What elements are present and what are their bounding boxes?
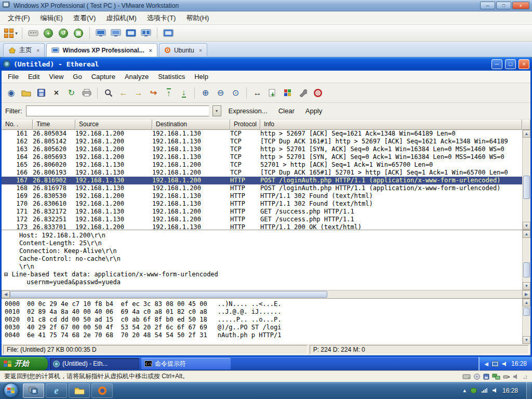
scroll-track[interactable] <box>523 238 530 282</box>
filter-input[interactable] <box>26 105 209 116</box>
tab-close-icon[interactable]: × <box>197 47 202 54</box>
hex-row[interactable]: 00406e 41 75 74 68 2e 70 68 70 20 48 54 … <box>5 331 519 339</box>
go-back-icon[interactable]: ← <box>116 86 130 100</box>
vmware-tools-tray-icon[interactable] <box>491 361 499 367</box>
go-forward-icon[interactable]: → <box>131 86 145 100</box>
detail-scrollbar[interactable]: ▲ ▼ <box>522 230 530 290</box>
hard-disk-icon[interactable] <box>462 374 471 380</box>
help-icon[interactable] <box>311 86 325 100</box>
xp-start-button[interactable]: 开始 <box>0 357 48 370</box>
detail-line[interactable]: Content-Length: 25\r\n <box>4 240 520 247</box>
scroll-track[interactable] <box>523 138 530 222</box>
scroll-up-icon[interactable]: ▲ <box>523 299 530 307</box>
packet-row[interactable]: 166 26.806193 192.168.1.130 192.168.1.20… <box>2 169 522 177</box>
ethereal-minimize-button[interactable]: ─ <box>491 59 502 69</box>
packet-row[interactable]: 170 26.830610 192.168.1.200 192.168.1.13… <box>2 200 522 208</box>
host-taskbar-button-firefox[interactable] <box>91 383 113 398</box>
detail-line[interactable]: usernm=yueda&passwd=yueda <box>4 278 520 286</box>
scroll-up-icon[interactable]: ▲ <box>523 230 530 238</box>
hex-row[interactable]: 003040 29 2f 67 00 00 50 4f 53 54 20 2f … <box>5 324 519 331</box>
power-dropdown-caret-icon[interactable]: ▾ <box>15 31 18 36</box>
tray-expand-icon[interactable]: ▴ <box>463 387 466 394</box>
host-clock[interactable]: 16:28 <box>502 387 520 394</box>
open-file-icon[interactable] <box>19 86 33 100</box>
ethereal-menu-item[interactable]: Capture <box>87 72 119 82</box>
scroll-thumb[interactable] <box>523 176 530 199</box>
show-desktop-button[interactable] <box>526 382 531 399</box>
vmware-menu-item[interactable]: 虚拟机(M) <box>101 12 141 24</box>
network-tray-icon[interactable] <box>481 388 488 393</box>
packet-row[interactable]: 167 26.816902 192.168.1.130 192.168.1.20… <box>2 177 522 184</box>
scroll-down-icon[interactable]: ▼ <box>523 222 530 230</box>
hide-icons-chevron-icon[interactable]: ◀ <box>484 361 488 367</box>
packet-row[interactable]: 168 26.816978 192.168.1.130 192.168.1.20… <box>2 184 522 192</box>
revert-snapshot-button[interactable]: ↺ <box>57 26 70 40</box>
tab-close-icon[interactable]: × <box>147 47 152 54</box>
ethereal-menu-item[interactable]: View <box>45 72 68 82</box>
print-icon[interactable] <box>79 86 94 100</box>
scroll-down-icon[interactable]: ▼ <box>523 336 530 344</box>
volume-tray-icon[interactable] <box>502 361 508 367</box>
ethereal-menu-item[interactable]: Analyze <box>121 72 153 82</box>
security-shield-icon[interactable] <box>470 388 477 393</box>
save-file-icon[interactable] <box>34 86 48 100</box>
host-start-button[interactable] <box>4 383 19 398</box>
scroll-track[interactable] <box>10 290 522 298</box>
zoom-in-icon[interactable]: ⊕ <box>198 86 212 100</box>
volume-tray-icon[interactable] <box>492 388 498 393</box>
ethereal-maximize-button[interactable]: □ <box>505 59 516 69</box>
snapshot-manager-button[interactable]: ▣ <box>72 26 85 40</box>
ethereal-titlebar[interactable]: (Untitled) - Ethereal ─ □ × <box>0 57 532 71</box>
capture-interfaces-icon[interactable]: ◉ <box>4 86 18 100</box>
go-to-top-icon[interactable]: ↑ <box>162 86 176 100</box>
resize-columns-icon[interactable]: ↔ <box>250 86 264 100</box>
detail-line[interactable]: Connection: Keep-Alive\r\n <box>4 247 520 255</box>
packet-row[interactable]: 162 26.805142 192.168.1.200 192.168.1.13… <box>2 138 522 145</box>
coloring-rules-icon[interactable] <box>281 86 295 100</box>
packet-row[interactable]: 161 26.805034 192.168.1.200 192.168.1.13… <box>2 130 522 138</box>
packet-row[interactable]: 169 26.830530 192.168.1.200 192.168.1.13… <box>2 192 522 200</box>
take-snapshot-button[interactable]: + <box>42 26 55 40</box>
hex-scrollbar[interactable]: ▲ ▼ <box>522 299 530 344</box>
ethereal-menu-item[interactable]: Help <box>190 72 212 82</box>
reload-icon[interactable]: ↻ <box>64 86 78 100</box>
column-header[interactable]: No. . <box>2 119 33 130</box>
power-controls-button[interactable]: ▾ <box>4 26 18 40</box>
quick-switch-button[interactable] <box>139 26 153 40</box>
column-header[interactable]: Time <box>33 119 75 130</box>
tab-close-icon[interactable]: × <box>35 47 39 54</box>
close-capture-icon[interactable]: × <box>49 86 63 100</box>
find-packet-icon[interactable] <box>101 86 115 100</box>
host-taskbar-button-explorer[interactable] <box>69 383 90 398</box>
scroll-thumb[interactable] <box>523 308 530 316</box>
scroll-right-icon[interactable]: ▶ <box>522 290 530 298</box>
scroll-track[interactable] <box>523 307 530 336</box>
tab-home[interactable]: 主页 × <box>3 43 45 57</box>
go-to-packet-icon[interactable]: ↪ <box>147 86 161 100</box>
packet-list-scrollbar[interactable]: ▲ ▼ <box>522 130 530 230</box>
network-adapter-icon[interactable] <box>492 374 500 380</box>
clear-button[interactable]: Clear <box>275 106 298 116</box>
expression-button[interactable]: Expression... <box>225 106 271 116</box>
host-taskbar-button-ie[interactable]: e <box>46 383 67 398</box>
apply-button[interactable]: Apply <box>302 106 326 116</box>
close-button[interactable]: × <box>512 2 529 9</box>
hex-row[interactable]: 001002 89 4a 8a 40 00 40 06 69 4a c0 a8 … <box>5 308 519 316</box>
vmware-menu-item[interactable]: 查看(V) <box>69 12 100 24</box>
floppy-icon[interactable] <box>483 374 489 380</box>
vmware-menu-item[interactable]: 帮助(H) <box>181 12 214 24</box>
fullscreen-button[interactable] <box>124 26 138 40</box>
unity-view-button[interactable] <box>162 26 175 40</box>
detail-line[interactable]: Host: 192.168.1.200\r\n <box>4 232 520 240</box>
ethereal-menu-item[interactable]: Edit <box>24 72 44 82</box>
detail-line[interactable]: \r\n <box>4 263 520 271</box>
vmware-titlebar[interactable]: Windows XP Professional ( Test PC ) - VM… <box>0 0 532 11</box>
packet-row[interactable]: 171 26.832172 192.168.1.130 192.168.1.20… <box>2 208 522 216</box>
usb-icon[interactable] <box>503 374 510 380</box>
display-filter-icon[interactable] <box>265 86 280 100</box>
go-to-bottom-icon[interactable]: ↓ <box>177 86 191 100</box>
detail-line[interactable]: ⊟ Line-based text data: application/x-ww… <box>4 271 520 278</box>
taskbar-button-ethereal[interactable]: (Untitled) - Eth... <box>50 358 139 369</box>
packet-row[interactable]: 173 26.833701 192.168.1.200 192.168.1.13… <box>2 223 522 230</box>
vmware-menu-item[interactable]: 选项卡(T) <box>142 12 181 24</box>
